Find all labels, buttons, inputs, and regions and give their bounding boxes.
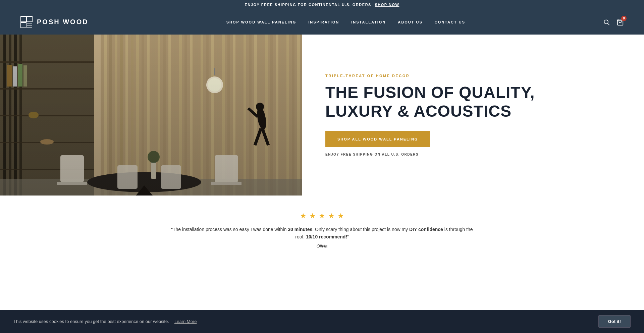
svg-rect-43 bbox=[276, 35, 278, 196]
star-rating: ★ ★ ★ ★ ★ bbox=[13, 212, 631, 220]
svg-point-62 bbox=[29, 112, 39, 118]
svg-rect-14 bbox=[120, 35, 123, 196]
logo-icon bbox=[20, 16, 33, 29]
hero-subtitle: TRIPLE-THREAT OF HOME DECOR bbox=[325, 74, 621, 78]
review-bold-3: 10/10 recommend! bbox=[306, 234, 347, 239]
svg-rect-30 bbox=[206, 35, 209, 196]
svg-rect-37 bbox=[244, 35, 246, 196]
svg-rect-23 bbox=[168, 35, 171, 196]
svg-rect-34 bbox=[227, 35, 230, 196]
banner-text: ENJOY FREE SHIPPING FOR CONTINENTAL U.S.… bbox=[245, 3, 371, 7]
svg-rect-27 bbox=[190, 35, 193, 196]
svg-point-74 bbox=[256, 103, 264, 111]
svg-rect-26 bbox=[184, 35, 187, 196]
svg-rect-29 bbox=[201, 35, 203, 196]
svg-rect-15 bbox=[125, 35, 128, 196]
svg-rect-68 bbox=[57, 182, 87, 185]
svg-point-79 bbox=[208, 78, 221, 92]
svg-line-76 bbox=[255, 128, 261, 145]
svg-rect-35 bbox=[233, 35, 235, 196]
header-icons: 0 bbox=[603, 18, 624, 26]
svg-rect-40 bbox=[260, 35, 262, 196]
nav-item-contact[interactable]: CONTACT US bbox=[435, 20, 465, 24]
logo-text: POSH WOOD bbox=[37, 18, 89, 26]
star-3: ★ bbox=[319, 212, 325, 220]
svg-rect-36 bbox=[238, 35, 241, 196]
svg-rect-47 bbox=[297, 35, 300, 196]
svg-rect-50 bbox=[9, 35, 11, 196]
svg-rect-67 bbox=[60, 155, 84, 182]
svg-rect-22 bbox=[163, 35, 166, 196]
svg-rect-46 bbox=[292, 35, 294, 196]
review-quote-mid: . Only scary thing about this project is… bbox=[312, 227, 409, 232]
svg-marker-66 bbox=[136, 185, 153, 196]
svg-line-77 bbox=[262, 128, 268, 145]
svg-point-82 bbox=[148, 151, 160, 163]
nav-item-inspiration[interactable]: INSPIRATION bbox=[308, 20, 339, 24]
svg-line-7 bbox=[608, 23, 609, 25]
svg-rect-28 bbox=[195, 35, 198, 196]
svg-rect-64 bbox=[0, 179, 302, 196]
cta-shop-button[interactable]: SHOP ALL WOOD WALL PANELING bbox=[325, 131, 430, 147]
svg-rect-0 bbox=[21, 16, 26, 22]
search-button[interactable] bbox=[603, 19, 610, 25]
svg-rect-69 bbox=[215, 155, 238, 182]
svg-rect-57 bbox=[0, 169, 94, 170]
svg-rect-70 bbox=[211, 182, 241, 185]
star-4: ★ bbox=[328, 212, 335, 220]
svg-rect-12 bbox=[109, 35, 112, 196]
svg-rect-53 bbox=[0, 61, 94, 63]
review-bold-2: DIY confidence bbox=[409, 227, 443, 232]
svg-rect-49 bbox=[3, 35, 6, 196]
svg-rect-51 bbox=[14, 35, 17, 196]
svg-rect-56 bbox=[0, 142, 94, 143]
hero-image bbox=[0, 35, 302, 196]
nav-item-about[interactable]: ABOUT US bbox=[398, 20, 422, 24]
svg-rect-58 bbox=[7, 65, 12, 87]
svg-rect-19 bbox=[147, 35, 150, 196]
svg-rect-38 bbox=[249, 35, 252, 196]
banner-shop-link[interactable]: SHOP NOW bbox=[375, 3, 399, 7]
svg-rect-83 bbox=[0, 35, 302, 196]
svg-point-65 bbox=[87, 172, 201, 192]
svg-rect-24 bbox=[174, 35, 176, 196]
svg-rect-10 bbox=[101, 35, 302, 196]
shipping-note: ENJOY FREE SHIPPING ON ALL U.S. ORDERS bbox=[325, 153, 621, 156]
svg-rect-16 bbox=[131, 35, 133, 196]
svg-rect-52 bbox=[19, 35, 22, 196]
star-5: ★ bbox=[337, 212, 344, 220]
main-nav: SHOP WOOD WALL PANELING INSPIRATION INST… bbox=[226, 20, 465, 24]
svg-rect-45 bbox=[286, 35, 289, 196]
hero-title: THE FUSION OF QUALITY, LUXURY & ACOUSTIC… bbox=[325, 83, 621, 120]
svg-rect-33 bbox=[222, 35, 225, 196]
svg-rect-2 bbox=[21, 22, 26, 28]
nav-item-installation[interactable]: INSTALLATION bbox=[351, 20, 386, 24]
review-section: ★ ★ ★ ★ ★ “The installation process was … bbox=[0, 196, 644, 261]
svg-rect-32 bbox=[217, 35, 219, 196]
svg-rect-61 bbox=[23, 65, 27, 87]
hero-scene-svg bbox=[0, 35, 302, 196]
svg-point-73 bbox=[256, 106, 268, 130]
review-quote: “The installation process was so easy I … bbox=[171, 226, 473, 241]
svg-rect-54 bbox=[0, 88, 94, 90]
svg-rect-17 bbox=[136, 35, 139, 196]
svg-rect-31 bbox=[211, 35, 214, 196]
svg-rect-1 bbox=[27, 16, 32, 22]
svg-rect-72 bbox=[161, 165, 181, 189]
review-quote-prefix: “The installation process was so easy I … bbox=[171, 227, 288, 232]
svg-rect-55 bbox=[0, 115, 94, 116]
svg-rect-81 bbox=[151, 162, 156, 179]
header: POSH WOOD SHOP WOOD WALL PANELING INSPIR… bbox=[0, 9, 644, 35]
svg-rect-11 bbox=[104, 35, 107, 196]
cart-count: 0 bbox=[621, 16, 627, 21]
logo[interactable]: POSH WOOD bbox=[20, 16, 89, 29]
nav-item-shop[interactable]: SHOP WOOD WALL PANELING bbox=[226, 20, 297, 24]
svg-rect-21 bbox=[158, 35, 160, 196]
svg-rect-71 bbox=[117, 165, 138, 189]
hero-background bbox=[0, 35, 302, 196]
hero-title-line1: THE FUSION OF QUALITY, bbox=[325, 84, 535, 101]
svg-rect-60 bbox=[18, 64, 22, 87]
svg-line-75 bbox=[248, 108, 258, 117]
svg-rect-44 bbox=[281, 35, 284, 196]
svg-rect-59 bbox=[13, 66, 17, 87]
